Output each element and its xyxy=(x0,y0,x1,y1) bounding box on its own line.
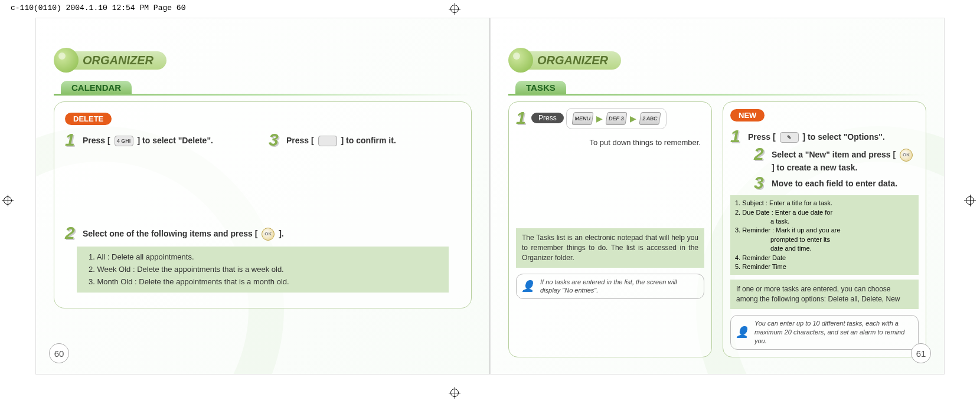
ok-key-icon: OK xyxy=(900,149,913,162)
section-title: ORGANIZER xyxy=(65,51,166,70)
step-number: 2 xyxy=(754,145,768,163)
options-note: If one or more tasks are entered, you ca… xyxy=(730,280,919,309)
section-icon xyxy=(54,48,79,73)
page-number: 61 xyxy=(911,343,931,363)
press-badge: Press xyxy=(531,113,564,123)
subsection-tab-tasks: TASKS xyxy=(515,81,566,94)
crop-mark xyxy=(443,0,466,18)
page-right: ORGANIZER TASKS 1 Press MENU ▶ DEF 3 xyxy=(490,18,945,375)
step-text: Move to each field to enter data. xyxy=(772,174,897,190)
key-4ghi: 4 GHI xyxy=(115,136,133,146)
step-number: 1 xyxy=(516,109,530,127)
crop-mark xyxy=(0,189,18,212)
crop-mark xyxy=(962,189,980,212)
tasks-new-panel: NEW 1 Press [ ✎ ] to select "Options". 2… xyxy=(723,101,926,357)
step-text: Select a "New" item and press [ OK ] to … xyxy=(772,145,919,174)
crop-mark xyxy=(443,386,466,404)
badge-new: NEW xyxy=(730,109,765,121)
def3-key-icon: DEF 3 xyxy=(606,112,628,125)
tasks-description: The Tasks list is an electronic notepad … xyxy=(516,228,704,267)
list-item: 1. Subject : Enter a title for a task. xyxy=(735,199,914,208)
page-left: ORGANIZER CALENDAR DELETE 1 Press [ 4 GH… xyxy=(35,18,490,375)
step-number: 3 xyxy=(269,131,283,149)
print-header: c-110(0110) 2004.1.10 12:54 PM Page 60 xyxy=(11,4,185,12)
step-number: 1 xyxy=(65,131,79,149)
step-number: 2 xyxy=(65,224,79,242)
key-sequence: MENU ▶ DEF 3 ▶ 2 ABC xyxy=(566,108,667,129)
tasks-intro-panel: 1 Press MENU ▶ DEF 3 ▶ 2 ABC xyxy=(508,101,712,357)
person-icon: 👤 xyxy=(734,324,750,340)
list-item: 5. Reminder Time xyxy=(735,262,914,271)
section-title: ORGANIZER xyxy=(520,51,621,70)
step-text: Press [ ] to confirm it. xyxy=(286,131,396,147)
note-text: If no tasks are entered in the list, the… xyxy=(540,278,677,294)
arrow-icon: ▶ xyxy=(630,114,636,123)
note-text: You can enter up to 10 different tasks, … xyxy=(754,320,904,344)
caption: To put down things to remember. xyxy=(516,137,704,148)
abc2-key-icon: 2 ABC xyxy=(639,112,661,125)
list-item: 1. All : Delete all appointments. xyxy=(89,251,437,264)
key-confirm xyxy=(318,136,337,146)
list-item: 2. Due Date : Enter a due date for xyxy=(735,208,914,217)
step-number: 1 xyxy=(730,127,744,145)
badge-delete: DELETE xyxy=(65,113,112,125)
subsection-tab-calendar: CALENDAR xyxy=(61,81,132,94)
list-item: prompted to enter its xyxy=(735,235,914,244)
step-text: Select one of the following items and pr… xyxy=(83,224,284,241)
arrow-icon: ▶ xyxy=(596,114,603,123)
page-number: 60 xyxy=(49,343,69,363)
list-item: 3. Month Old : Delete the appointments t… xyxy=(89,276,437,288)
softkey-icon: ✎ xyxy=(780,132,799,143)
list-item: a task. xyxy=(735,217,914,226)
note-box: 👤 You can enter up to 10 different tasks… xyxy=(730,315,919,350)
list-item: 3. Reminder : Mark it up and you are xyxy=(735,226,914,235)
list-item: date and time. xyxy=(735,244,914,253)
step-text: Press [ 4 GHI ] to select "Delete". xyxy=(83,131,213,147)
note-box: 👤 If no tasks are entered in the list, t… xyxy=(516,274,704,300)
list-item: 2. Week Old : Delete the appointments th… xyxy=(89,264,437,276)
field-list: 1. Subject : Enter a title for a task. 2… xyxy=(730,195,919,275)
delete-options-list: 1. All : Delete all appointments. 2. Wee… xyxy=(77,247,449,293)
person-icon: 👤 xyxy=(520,278,535,294)
menu-key-icon: MENU xyxy=(572,112,594,125)
ok-key-icon: OK xyxy=(262,228,275,241)
step-number: 3 xyxy=(754,174,768,192)
section-icon xyxy=(508,48,533,73)
step-text: Press [ ✎ ] to select "Options". xyxy=(748,127,885,143)
list-item: 4. Reminder Date xyxy=(735,254,914,262)
panel-delete: DELETE 1 Press [ 4 GHI ] to select "Dele… xyxy=(54,101,472,308)
